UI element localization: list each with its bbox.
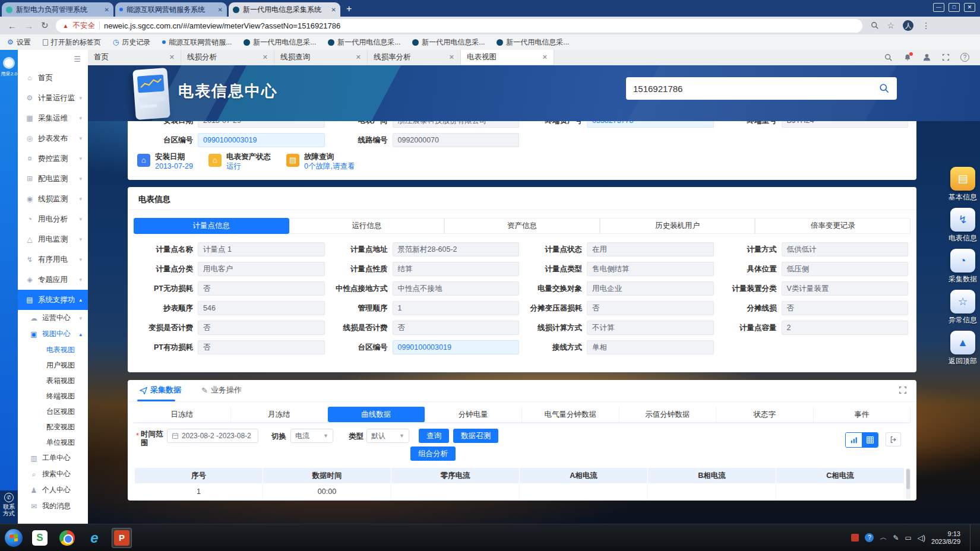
- taskbar-powerpoint-icon[interactable]: P: [112, 528, 132, 548]
- sidebar-item-distribution-monitor[interactable]: ⊞配电监测▾: [18, 169, 88, 189]
- reload-icon[interactable]: ↻: [41, 20, 49, 31]
- sidebar-item-usage-analysis[interactable]: ◔用电分析▾: [18, 209, 88, 229]
- help-icon[interactable]: ?: [960, 53, 969, 62]
- browser-menu-icon[interactable]: ⋮: [922, 21, 930, 30]
- column-header[interactable]: A相电流: [520, 468, 648, 483]
- sidebar-item-search-center[interactable]: ⌕搜索中心: [18, 466, 88, 482]
- sidebar-item-usage-monitor[interactable]: △用电监测▾: [18, 229, 88, 249]
- sidebar-item-special-apps[interactable]: ◈专题应用▾: [18, 270, 88, 290]
- column-header[interactable]: 零序电流: [391, 468, 520, 483]
- tab-close-icon[interactable]: ✕: [169, 53, 175, 61]
- bell-icon[interactable]: [903, 53, 912, 62]
- station-no-link[interactable]: 0990100003019: [198, 133, 325, 147]
- chart-view-icon[interactable]: [846, 433, 862, 447]
- taskbar-wps-icon[interactable]: S: [30, 528, 50, 548]
- start-button[interactable]: [5, 529, 23, 547]
- sidebar-item-system-support[interactable]: ▤系统支撑功能▴: [18, 290, 88, 310]
- fault-link[interactable]: 0个故障,请查看: [304, 162, 355, 171]
- browser-tab-3[interactable]: 新一代用电信息采集系统 ✕: [229, 2, 340, 17]
- tab-close-icon[interactable]: ✕: [449, 53, 454, 61]
- sidebar-item-terminal-view[interactable]: 终端视图: [18, 388, 88, 404]
- bookmark-settings[interactable]: ⚙设置: [7, 37, 31, 48]
- tray-pen-icon[interactable]: ✎: [893, 534, 899, 542]
- new-tab-button[interactable]: +: [346, 4, 352, 14]
- show-desktop-button[interactable]: [970, 524, 974, 551]
- app-tab-home[interactable]: 首页✕: [88, 50, 181, 65]
- app-tab-lineloss-analysis[interactable]: 线损分析✕: [181, 50, 274, 65]
- tab-history-users[interactable]: 历史装机用户: [600, 218, 755, 234]
- tab-close-icon[interactable]: ✕: [105, 7, 109, 13]
- tab-close-icon[interactable]: ✕: [356, 53, 361, 61]
- taskbar-ie-icon[interactable]: e: [84, 528, 105, 548]
- tab-collected-data[interactable]: 采集数据: [140, 385, 181, 395]
- forward-icon[interactable]: →: [24, 21, 33, 31]
- subtab-minute-energy[interactable]: 分钟电量: [425, 407, 523, 422]
- float-collected-data-button[interactable]: ◔: [950, 249, 975, 273]
- url-text[interactable]: neweic.js.sgcc.com.cn/#/amteview/meterVi…: [104, 21, 340, 30]
- sidebar-item-box-view[interactable]: 表箱视图: [18, 373, 88, 388]
- taskbar-chrome-icon[interactable]: [57, 528, 77, 548]
- browser-tab-1[interactable]: 新型电力负荷管理系统 ✕: [2, 2, 113, 17]
- sidebar-item-personal-center[interactable]: ♟个人中心: [18, 482, 88, 498]
- minimize-button[interactable]: —: [933, 3, 944, 12]
- bookmark-star-icon[interactable]: ☆: [887, 21, 895, 30]
- search-icon[interactable]: [884, 53, 893, 62]
- date-range-input[interactable]: 2023-08-2 -2023-08-2: [167, 429, 258, 443]
- data-recall-button[interactable]: 数据召测: [453, 429, 498, 443]
- subtab-monthly-freeze[interactable]: 月冻结: [231, 407, 328, 422]
- switch-select[interactable]: 电流▼: [290, 429, 333, 443]
- column-header[interactable]: 序号: [135, 468, 263, 483]
- sidebar-item-unit-view[interactable]: 单位视图: [18, 435, 88, 450]
- system-clock[interactable]: 9:13 2023/8/29: [931, 530, 960, 546]
- tab-business-operations[interactable]: ✎ 业务操作: [201, 385, 242, 395]
- sidebar-item-home[interactable]: ⌂首页: [18, 68, 88, 88]
- bookmark-history[interactable]: ◷历史记录: [113, 37, 150, 48]
- badge-fault-query[interactable]: ▤ 故障查询0个故障,请查看: [286, 152, 355, 171]
- float-back-to-top-button[interactable]: ▲: [950, 331, 975, 354]
- subtab-daily-freeze[interactable]: 日冻结: [134, 407, 231, 422]
- bookmark-collection-3[interactable]: 新一代用电信息采...: [412, 37, 485, 48]
- tab-asset-info[interactable]: 资产信息: [444, 218, 600, 234]
- float-meter-info-button[interactable]: ↯: [950, 208, 975, 232]
- export-icon[interactable]: [886, 432, 901, 446]
- sidebar-item-workorder-center[interactable]: ▥工单中心: [18, 450, 88, 466]
- table-view-icon[interactable]: [862, 433, 878, 447]
- sidebar-item-meter-view[interactable]: 电表视图: [18, 342, 88, 357]
- tray-volume-icon[interactable]: ◁): [918, 534, 925, 542]
- subtab-curve-data[interactable]: 曲线数据: [328, 407, 425, 422]
- asset-search-box[interactable]: [626, 77, 897, 100]
- asset-search-input[interactable]: [633, 84, 879, 94]
- sidebar-item-transformer-view[interactable]: 配变视图: [18, 419, 88, 435]
- app-tab-lineloss-query[interactable]: 线损查询✕: [274, 50, 368, 65]
- bookmark-collection-1[interactable]: 新一代用电信息采...: [244, 37, 316, 48]
- user-icon[interactable]: [922, 53, 931, 62]
- profile-avatar[interactable]: 人: [903, 20, 913, 31]
- subtab-events[interactable]: 事件: [814, 407, 911, 422]
- tray-help-icon[interactable]: ?: [865, 533, 874, 542]
- sidebar-item-operation-center[interactable]: ☁运营中心▾: [18, 310, 88, 326]
- sidebar-item-station-view[interactable]: 台区视图: [18, 404, 88, 419]
- sidebar-item-orderly-power[interactable]: ↯有序用电▾: [18, 249, 88, 270]
- bookmark-collection-2[interactable]: 新一代用电信息采...: [328, 37, 400, 48]
- tray-monitor-icon[interactable]: ▭: [905, 534, 911, 542]
- app-tab-meter-view[interactable]: 电表视图✕: [461, 50, 554, 65]
- search-icon[interactable]: [879, 83, 890, 94]
- bookmark-marketing[interactable]: 能源互联网营销服...: [162, 37, 232, 48]
- tab-metering-point-info[interactable]: 计量点信息: [134, 218, 289, 234]
- query-button[interactable]: 查询: [419, 429, 449, 443]
- tray-app-icon[interactable]: [851, 534, 859, 542]
- subtab-status-word[interactable]: 状态字: [716, 407, 814, 422]
- address-bar[interactable]: ▲ 不安全 neweic.js.sgcc.com.cn/#/amteview/m…: [56, 19, 862, 33]
- browser-tab-2[interactable]: 能源互联网营销服务系统 ✕: [115, 2, 227, 17]
- bookmark-collection-4[interactable]: 新一代用电信息采...: [497, 37, 569, 48]
- station-no-link[interactable]: 0990100003019: [393, 340, 520, 354]
- security-warning-icon[interactable]: ▲: [63, 23, 69, 29]
- tab-ratio-changes[interactable]: 倍率变更记录: [755, 218, 911, 234]
- tab-close-icon[interactable]: ✕: [218, 7, 223, 13]
- combined-analysis-button[interactable]: 组合分析: [410, 446, 456, 461]
- column-header[interactable]: C相电流: [776, 468, 905, 483]
- subtab-electrical-minute-data[interactable]: 电气量分钟数据: [522, 407, 619, 422]
- app-tab-lineloss-rate[interactable]: 线损率分析✕: [368, 50, 461, 65]
- tray-show-hidden-icon[interactable]: ︿: [880, 533, 887, 543]
- table-scrollbar[interactable]: [906, 468, 911, 500]
